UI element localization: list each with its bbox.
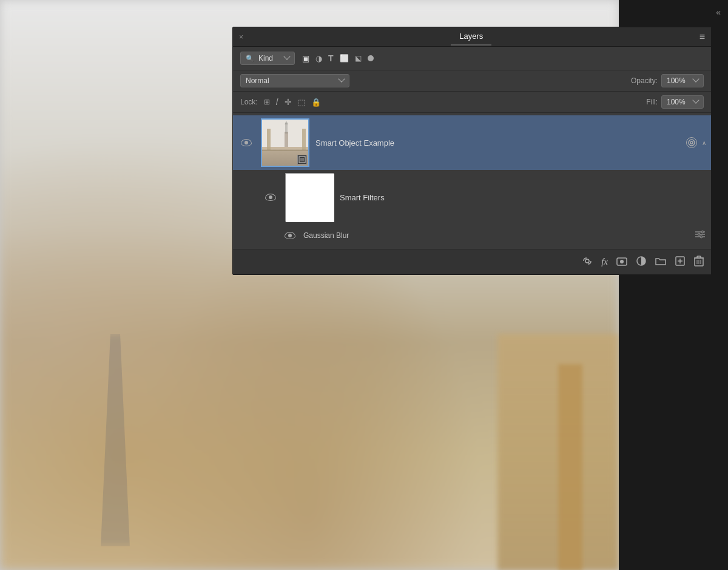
add-mask-icon[interactable] xyxy=(616,256,627,268)
lock-row: Lock: ⊞ / ✛ ⬚ 🔒 Fill: 100% xyxy=(233,92,711,113)
gaussian-blur-eye-icon xyxy=(285,232,295,239)
opacity-value-text: 100% xyxy=(667,76,686,85)
svg-point-10 xyxy=(689,140,695,146)
adjustment-filter-icon[interactable]: ◑ xyxy=(315,54,322,63)
link-icon[interactable] xyxy=(582,257,593,268)
gaussian-blur-layer[interactable]: Gaussian Blur xyxy=(233,225,711,246)
eye-icon xyxy=(241,139,252,146)
svg-point-16 xyxy=(701,231,704,233)
svg-point-17 xyxy=(698,233,700,236)
svg-rect-12 xyxy=(286,174,334,222)
svg-rect-2 xyxy=(267,129,271,150)
opacity-label: Opacity: xyxy=(631,76,658,85)
smart-filters-eye-icon xyxy=(265,194,276,201)
filter-options-icon[interactable] xyxy=(694,229,706,242)
lock-pixels-icon[interactable]: ⊞ xyxy=(264,98,270,106)
filter-kind-dropdown[interactable]: 🔍 Kind xyxy=(240,52,295,65)
fill-value-text: 100% xyxy=(667,98,686,106)
svg-rect-27 xyxy=(697,256,701,258)
layer-visibility-toggle[interactable] xyxy=(238,139,255,146)
lock-artboard-icon[interactable]: ⬚ xyxy=(298,98,305,107)
adjustment-layer-icon[interactable] xyxy=(636,256,647,269)
svg-point-18 xyxy=(700,236,703,238)
lock-all-icon[interactable]: 🔒 xyxy=(311,98,321,107)
opacity-chevron-icon xyxy=(692,75,699,82)
chevron-down-icon xyxy=(283,53,290,59)
panel-titlebar: × Layers ≡ xyxy=(233,27,711,47)
filter-kind-label: Kind xyxy=(258,54,273,63)
delete-layer-icon[interactable] xyxy=(694,256,704,269)
tab-layers[interactable]: Layers xyxy=(451,28,491,46)
layer-expand-icon[interactable]: ∧ xyxy=(702,140,706,146)
fx-button[interactable]: fx xyxy=(601,257,608,267)
blend-mode-row: Normal Opacity: 100% xyxy=(233,70,711,92)
svg-rect-9 xyxy=(300,158,304,161)
smart-filters-group[interactable]: Smart Filters xyxy=(257,170,711,225)
close-button[interactable]: × xyxy=(239,33,243,41)
filter-row: 🔍 Kind ▣ ◑ T ⬜ ⬕ xyxy=(233,47,711,70)
link-layers-icon xyxy=(582,257,593,265)
layers-list: Smart Object Example ∧ xyxy=(233,113,711,249)
panel-toolbar: fx xyxy=(233,249,711,274)
fill-label: Fill: xyxy=(646,98,658,106)
pixel-dot-icon xyxy=(368,55,374,61)
svg-point-20 xyxy=(620,260,624,263)
smart-object-icon xyxy=(298,156,306,163)
lock-move-icon[interactable]: ✛ xyxy=(285,97,292,107)
blend-mode-dropdown[interactable]: Normal xyxy=(240,74,349,87)
collapse-arrows[interactable]: « xyxy=(716,7,721,17)
smart-filters-name: Smart Filters xyxy=(340,193,385,202)
lock-icons: ⊞ / ✛ ⬚ 🔒 xyxy=(264,97,321,107)
smart-filter-thumbnail xyxy=(285,173,334,222)
smart-object-filter-icon[interactable]: ⬕ xyxy=(355,54,362,63)
blend-mode-label: Normal xyxy=(246,76,269,85)
smart-filters-visibility[interactable] xyxy=(262,194,279,201)
smart-object-badge xyxy=(297,155,307,165)
half-circle-icon xyxy=(636,256,647,266)
filter-icons: ▣ ◑ T ⬜ ⬕ xyxy=(302,53,374,63)
svg-rect-4 xyxy=(285,132,288,147)
fill-chevron-icon xyxy=(692,97,699,103)
layer-name: Smart Object Example xyxy=(315,138,686,148)
blend-chevron-icon xyxy=(338,75,345,82)
gaussian-blur-visibility[interactable] xyxy=(281,232,298,239)
lock-label: Lock: xyxy=(240,98,258,106)
opacity-group: Opacity: 100% xyxy=(631,74,704,87)
fill-group: Fill: 100% xyxy=(646,95,704,109)
lock-paint-icon[interactable]: / xyxy=(276,97,278,107)
trash-icon xyxy=(694,256,704,266)
panel-menu-icon[interactable]: ≡ xyxy=(699,32,705,42)
layers-panel: × Layers ≡ 🔍 Kind ▣ ◑ T ⬜ ⬕ Normal xyxy=(232,27,712,275)
camera-mask-icon xyxy=(616,256,627,266)
type-filter-icon[interactable]: T xyxy=(328,53,334,63)
new-group-icon[interactable] xyxy=(655,256,666,268)
new-layer-icon[interactable] xyxy=(675,256,686,269)
svg-rect-3 xyxy=(302,129,306,150)
add-layer-icon xyxy=(675,256,686,266)
svg-rect-7 xyxy=(262,150,309,151)
layer-right-icons: ∧ xyxy=(686,137,706,148)
opacity-dropdown[interactable]: 100% xyxy=(661,74,704,87)
image-filter-icon[interactable]: ▣ xyxy=(302,54,309,63)
folder-icon xyxy=(655,256,666,266)
search-icon: 🔍 xyxy=(246,55,254,63)
gaussian-blur-name: Gaussian Blur xyxy=(303,231,349,240)
svg-point-11 xyxy=(690,141,693,144)
layer-thumbnail xyxy=(261,118,309,167)
panel-tabs: Layers xyxy=(451,28,491,46)
layer-smart-object[interactable]: Smart Object Example ∧ xyxy=(233,115,711,170)
smart-filter-indicator-icon xyxy=(686,137,697,148)
architecture-hint2 xyxy=(558,364,582,570)
fill-dropdown[interactable]: 100% xyxy=(661,95,704,109)
shape-filter-icon[interactable]: ⬜ xyxy=(340,54,349,63)
filter-sliders-icon xyxy=(694,229,706,239)
pixel-filter-icon[interactable] xyxy=(368,53,374,63)
